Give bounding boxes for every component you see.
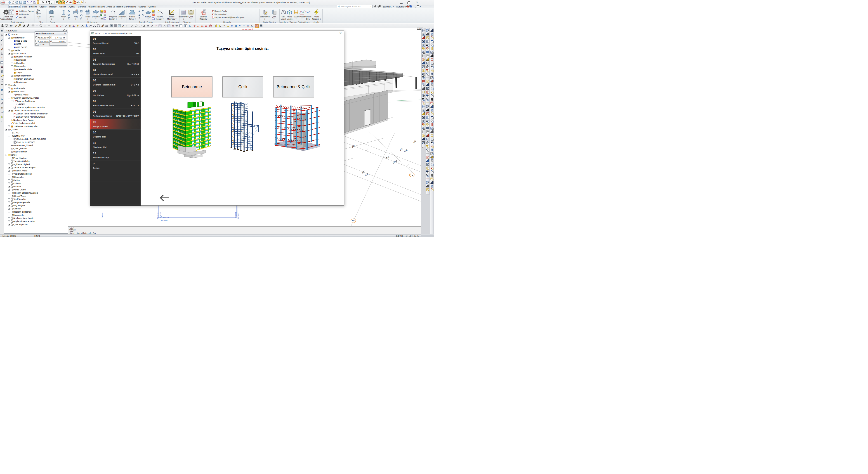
svg-text:ƒₓ: ƒₓ (251, 25, 253, 27)
svg-text:∡: ∡ (2, 111, 4, 113)
svg-text:300: 300 (361, 170, 366, 174)
svg-text:365: 365 (412, 140, 416, 144)
svg-text:m²: m² (159, 25, 161, 27)
svg-text:PCS001: PCS001 (237, 213, 239, 219)
svg-text:400: 400 (351, 145, 355, 149)
svg-text:PW004: PW004 (163, 217, 169, 219)
svg-text:2: 2 (410, 173, 414, 177)
svg-text:1210: 1210 (392, 160, 398, 164)
svg-text:PW003: PW003 (159, 212, 161, 217)
svg-text:∡: ∡ (165, 25, 166, 26)
svg-text:xy: xy (197, 25, 199, 27)
svg-text:A: A (122, 24, 124, 28)
svg-text:600: 600 (364, 173, 369, 177)
svg-text:295: 295 (385, 156, 390, 159)
svg-text:PW001: PW001 (235, 212, 237, 217)
svg-text:3B: 3B (205, 25, 207, 27)
svg-text:PCS003: PCS003 (157, 213, 159, 219)
svg-text:420: 420 (403, 149, 408, 153)
svg-text:1: 1 (351, 219, 355, 223)
svg-text:N: N (76, 9, 78, 11)
svg-text:100: 100 (399, 147, 403, 151)
svg-text:?˷: ?˷ (1, 57, 3, 59)
svg-text:A: A (37, 10, 38, 11)
svg-text:?˷: ?˷ (155, 25, 158, 27)
svg-text:PCS004: PCS004 (161, 219, 167, 221)
svg-text:Ėz: Ėz (202, 25, 204, 27)
svg-text:PW004: PW004 (101, 213, 103, 218)
svg-text:mm²: mm² (167, 25, 170, 27)
